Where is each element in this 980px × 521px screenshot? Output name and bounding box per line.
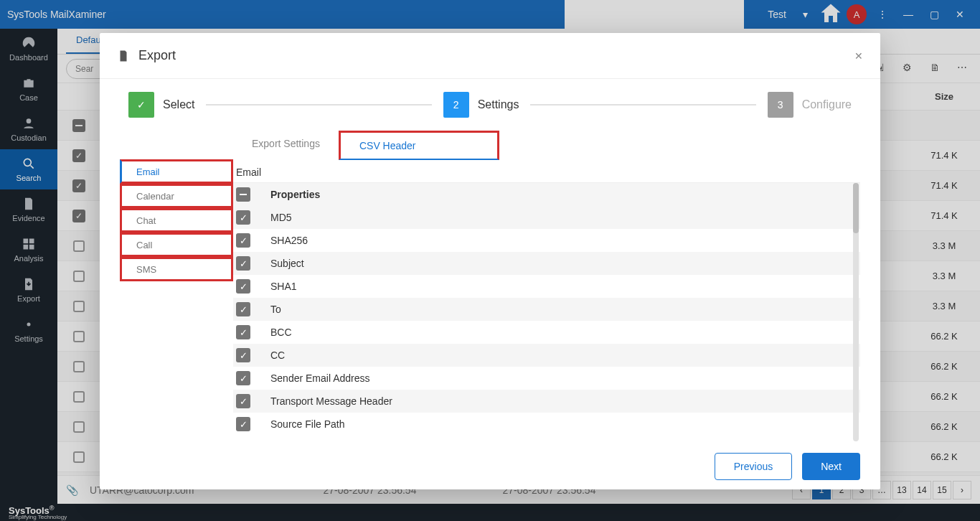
property-label: Source File Path xyxy=(270,418,345,430)
property-row: BCC xyxy=(233,321,860,344)
property-label: Sender Email Address xyxy=(270,372,370,384)
property-row: SHA1 xyxy=(233,275,860,298)
dialog-title: Export xyxy=(138,48,176,63)
csv-tabs: Export Settings CSV Header xyxy=(233,131,860,161)
step-current-icon: 2 xyxy=(443,92,469,118)
property-row: Subject xyxy=(233,252,860,275)
dialog-footer: Previous Next xyxy=(100,443,880,489)
next-button[interactable]: Next xyxy=(802,453,860,480)
property-checkbox[interactable] xyxy=(236,371,250,385)
step-todo-icon: 3 xyxy=(768,92,793,118)
property-checkbox[interactable] xyxy=(236,348,250,362)
property-checkbox[interactable] xyxy=(236,394,250,408)
export-type-email[interactable]: Email xyxy=(120,159,233,184)
property-label: MD5 xyxy=(270,212,292,223)
property-row: Sender Email Address xyxy=(233,367,860,390)
export-type-chat[interactable]: Chat xyxy=(120,208,233,233)
tab-csv-header[interactable]: CSV Header xyxy=(339,131,499,160)
properties-list: Properties MD5SHA256SubjectSHA1ToBCCCCSe… xyxy=(233,182,860,443)
export-sidepanel: EmailCalendarChatCallSMS xyxy=(120,131,233,443)
previous-button[interactable]: Previous xyxy=(715,453,792,480)
property-label: SHA1 xyxy=(270,281,297,292)
property-label: Subject xyxy=(270,258,304,269)
property-checkbox[interactable] xyxy=(236,302,250,316)
property-label: CC xyxy=(270,349,285,361)
tab-export-settings[interactable]: Export Settings xyxy=(233,131,339,161)
export-dialog: Export ✕ ✓ Select 2 Settings 3 Configure xyxy=(100,33,880,489)
property-row: CC xyxy=(233,344,860,367)
step-select: ✓ Select xyxy=(128,92,194,118)
dialog-close-button[interactable]: ✕ xyxy=(854,50,863,62)
property-checkbox[interactable] xyxy=(236,233,250,248)
scrollbar-thumb[interactable] xyxy=(853,183,859,233)
property-checkbox[interactable] xyxy=(236,325,250,339)
export-center: Export Settings CSV Header Email Propert… xyxy=(233,131,860,443)
step-configure: 3 Configure xyxy=(768,92,852,118)
property-row: SHA256 xyxy=(233,229,860,252)
step-settings: 2 Settings xyxy=(443,92,519,118)
export-type-call[interactable]: Call xyxy=(120,233,233,257)
select-all-checkbox[interactable] xyxy=(236,187,250,202)
close-icon: ✕ xyxy=(854,50,863,62)
property-row: MD5 xyxy=(233,206,860,229)
step-done-icon: ✓ xyxy=(128,92,154,118)
scrollbar[interactable] xyxy=(853,183,859,441)
export-type-calendar[interactable]: Calendar xyxy=(120,184,233,208)
dialog-header: Export ✕ xyxy=(100,33,880,79)
export-type-sms[interactable]: SMS xyxy=(120,257,233,281)
stepper: ✓ Select 2 Settings 3 Configure xyxy=(100,79,880,131)
property-label: SHA256 xyxy=(270,235,308,246)
property-row: Source File Path xyxy=(233,413,860,436)
property-checkbox[interactable] xyxy=(236,210,250,225)
property-checkbox[interactable] xyxy=(236,256,250,271)
property-row: Transport Message Header xyxy=(233,390,860,413)
property-label: BCC xyxy=(270,327,292,338)
section-title: Email xyxy=(233,161,860,182)
property-label: Transport Message Header xyxy=(270,395,392,407)
property-row: To xyxy=(233,298,860,321)
modal-overlay: Export ✕ ✓ Select 2 Settings 3 Configure xyxy=(0,0,980,521)
file-icon xyxy=(117,48,130,64)
property-checkbox[interactable] xyxy=(236,417,250,431)
property-checkbox[interactable] xyxy=(236,279,250,294)
property-label: To xyxy=(270,304,281,315)
properties-header-row: Properties xyxy=(233,183,860,206)
